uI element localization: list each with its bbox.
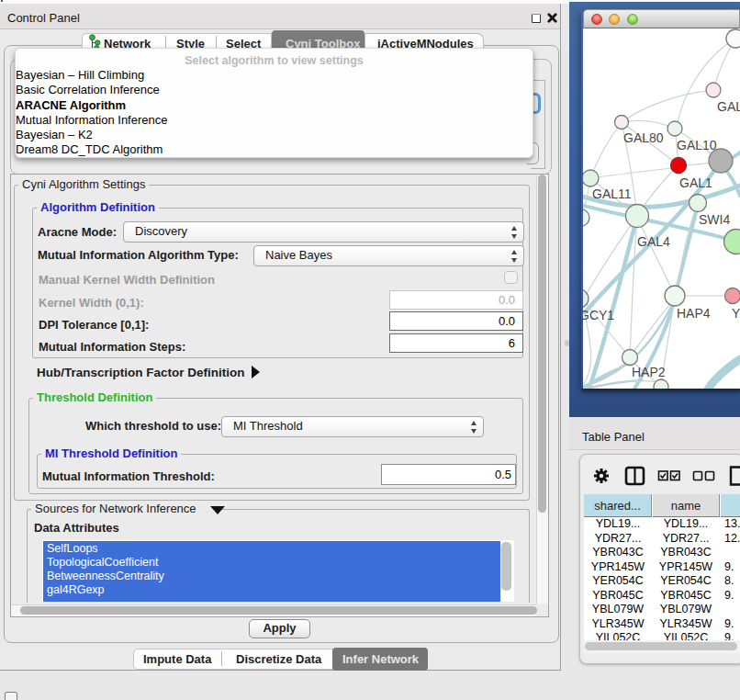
svg-text:GAL4: GAL4 <box>637 234 670 249</box>
svg-text:GAL10: GAL10 <box>677 138 717 152</box>
svg-text:GAL80: GAL80 <box>623 130 664 145</box>
svg-text:HAP4: HAP4 <box>677 306 711 321</box>
svg-text:SWI4: SWI4 <box>699 212 730 227</box>
svg-text:HAP2: HAP2 <box>632 365 666 379</box>
svg-text:GAL: GAL <box>717 99 740 114</box>
svg-text:GAL1: GAL1 <box>679 175 712 190</box>
svg-text:GAL11: GAL11 <box>592 186 632 201</box>
svg-text:Y: Y <box>732 306 740 321</box>
svg-text:GCY1: GCY1 <box>583 308 614 322</box>
